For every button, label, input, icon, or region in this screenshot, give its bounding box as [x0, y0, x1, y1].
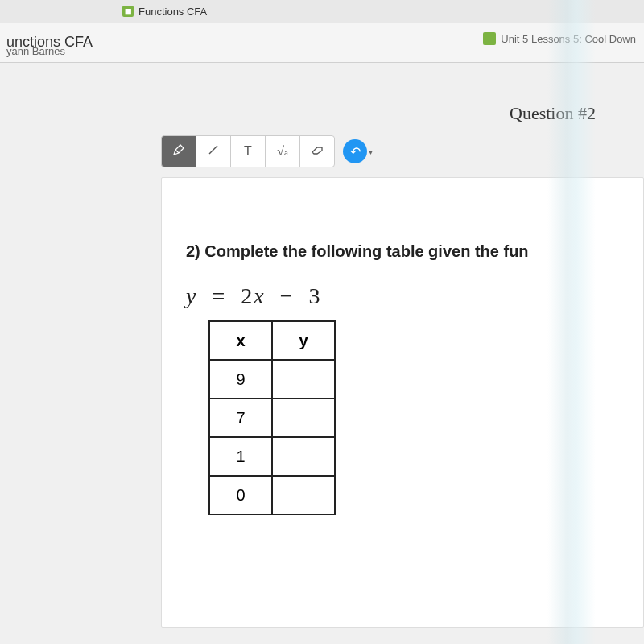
text-icon: T [244, 144, 252, 159]
math-tool-button[interactable]: √a [265, 135, 300, 167]
annotation-toolbar: T √a ↶ ▾ [161, 135, 644, 167]
main-area: Question #2 T √a [0, 63, 644, 644]
equation-y: y [186, 283, 197, 308]
cell-y[interactable] [272, 398, 335, 437]
cell-x: 9 [209, 360, 272, 398]
equation-minus: − [280, 283, 295, 308]
table-row: 0 [209, 476, 335, 514]
equation-x: x [254, 283, 265, 308]
xy-table: x y 9 7 1 0 [208, 320, 336, 515]
line-icon [207, 143, 220, 159]
tab-favicon-icon: ▣ [122, 6, 134, 17]
equation-const: 3 [308, 283, 321, 308]
cell-x: 7 [209, 398, 272, 437]
equation-eq: = [212, 283, 226, 308]
line-tool-button[interactable] [196, 135, 231, 167]
cell-y[interactable] [272, 476, 335, 514]
browser-tab[interactable]: ▣ Functions CFA [113, 0, 217, 23]
unit-crumb[interactable]: Unit 5 Lessons 5: Cool Down [483, 23, 636, 55]
tab-title: Functions CFA [138, 6, 207, 18]
color-picker-button[interactable]: ↶ [343, 139, 367, 163]
eraser-icon [310, 144, 324, 159]
cell-x: 1 [209, 437, 272, 476]
question-prompt: 2) Complete the following table given th… [186, 242, 619, 261]
table-header-row: x y [209, 321, 335, 360]
cell-y[interactable] [272, 437, 335, 476]
question-card[interactable]: 2) Complete the following table given th… [161, 177, 644, 628]
question-number-label: Question #2 [510, 103, 596, 124]
col-header-y: y [272, 321, 335, 360]
undo-icon: ↶ [350, 144, 361, 159]
equation-coef: 2 [241, 283, 254, 308]
cell-x: 0 [209, 476, 272, 514]
sqrt-icon: √a [277, 144, 288, 159]
text-tool-button[interactable]: T [230, 135, 266, 167]
cell-y[interactable] [272, 360, 335, 398]
content-wrap: Question #2 T √a [161, 95, 644, 644]
pen-tool-button[interactable] [161, 135, 196, 167]
user-name: yann Barnes [0, 42, 72, 60]
col-header-x: x [209, 321, 272, 360]
unit-icon [483, 32, 496, 45]
svg-line-0 [209, 146, 217, 154]
table-row: 1 [209, 437, 335, 476]
eraser-tool-button[interactable] [299, 135, 335, 167]
pen-icon [172, 143, 185, 159]
unit-text: Unit 5 Lessons 5: Cool Down [501, 33, 636, 45]
equation: y = 2x − 3 [186, 283, 619, 309]
table-row: 9 [209, 360, 335, 398]
caret-down-icon[interactable]: ▾ [369, 147, 373, 156]
table-row: 7 [209, 398, 335, 437]
